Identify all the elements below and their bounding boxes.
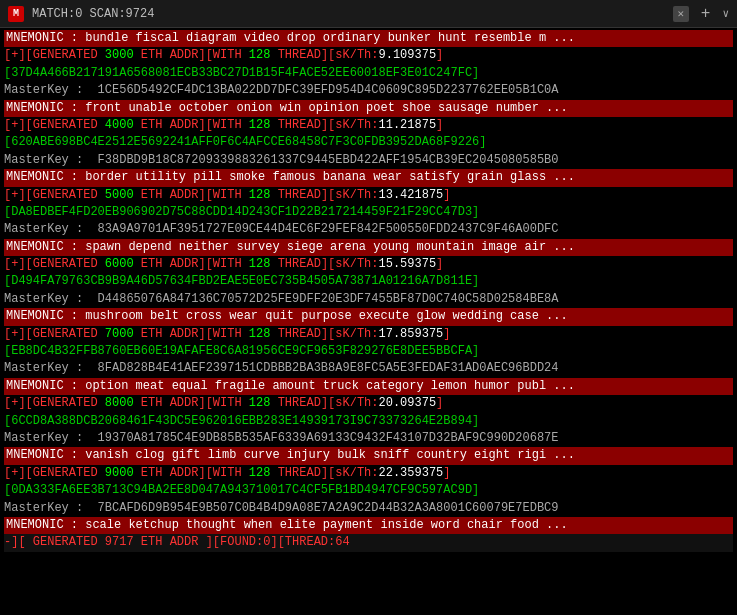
list-item: MasterKey : 83A9A9701AF3951727E09CE44D4E… [4, 221, 733, 238]
list-item: MasterKey : 1CE56D5492CF4DC13BA022DD7DFC… [4, 82, 733, 99]
list-item: [620ABE698BC4E2512E5692241AFF0F6C4AFCCE6… [4, 134, 733, 151]
title-bar: M MATCH:0 SCAN:9724 ✕ + ∨ [0, 0, 737, 28]
list-item: [DA8EDBEF4FD20EB906902D75C88CDD14D243CF1… [4, 204, 733, 221]
list-item: MNEMONIC : scale ketchup thought when el… [4, 517, 733, 534]
list-item: [+][GENERATED 5000 ETH ADDR][WITH 128 TH… [4, 187, 733, 204]
list-item: MasterKey : F38DBD9B18C87209339883261337… [4, 152, 733, 169]
list-item: MNEMONIC : border utility pill smoke fam… [4, 169, 733, 186]
app-icon: M [8, 6, 24, 22]
list-item: MasterKey : 7BCAFD6D9B954E9B507C0B4B4D9A… [4, 500, 733, 517]
list-item: MasterKey : 19370A81785C4E9DB85B535AF633… [4, 430, 733, 447]
list-item: [D494FA79763CB9B9A46D57634FBD2EAE5E0EC73… [4, 273, 733, 290]
list-item: MNEMONIC : spawn depend neither survey s… [4, 239, 733, 256]
dropdown-chevron-icon[interactable]: ∨ [722, 7, 729, 20]
list-item: [EB8DC4B32FFB8760EB60E19AFAFE8C6A81956CE… [4, 343, 733, 360]
list-item: [+][GENERATED 9000 ETH ADDR][WITH 128 TH… [4, 465, 733, 482]
title-text: MATCH:0 SCAN:9724 [32, 7, 665, 21]
list-item: MNEMONIC : mushroom belt cross wear quit… [4, 308, 733, 325]
list-item: MNEMONIC : front unable october onion wi… [4, 100, 733, 117]
list-item: MasterKey : D44865076A847136C70572D25FE9… [4, 291, 733, 308]
list-item: MNEMONIC : vanish clog gift limb curve i… [4, 447, 733, 464]
list-item: -][ GENERATED 9717 ETH ADDR ][FOUND:0][T… [4, 534, 733, 551]
list-item: [+][GENERATED 6000 ETH ADDR][WITH 128 TH… [4, 256, 733, 273]
list-item: MasterKey : 8FAD828B4E41AEF2397151CDBBB2… [4, 360, 733, 377]
list-item: MNEMONIC : bundle fiscal diagram video d… [4, 30, 733, 47]
list-item: [+][GENERATED 3000 ETH ADDR][WITH 128 TH… [4, 47, 733, 64]
close-button[interactable]: ✕ [673, 6, 689, 22]
list-item: MNEMONIC : option meat equal fragile amo… [4, 378, 733, 395]
list-item: [6CCD8A388DCB2068461F43DC5E962016EBB283E… [4, 413, 733, 430]
list-item: [0DA333FA6EE3B713C94BA2EE8D047A943710017… [4, 482, 733, 499]
list-item: [+][GENERATED 4000 ETH ADDR][WITH 128 TH… [4, 117, 733, 134]
content-area: MNEMONIC : bundle fiscal diagram video d… [0, 28, 737, 615]
list-item: [37D4A466B217191A6568081ECB33BC27D1B15F4… [4, 65, 733, 82]
list-item: [+][GENERATED 8000 ETH ADDR][WITH 128 TH… [4, 395, 733, 412]
list-item: [+][GENERATED 7000 ETH ADDR][WITH 128 TH… [4, 326, 733, 343]
new-tab-button[interactable]: + [697, 5, 715, 23]
